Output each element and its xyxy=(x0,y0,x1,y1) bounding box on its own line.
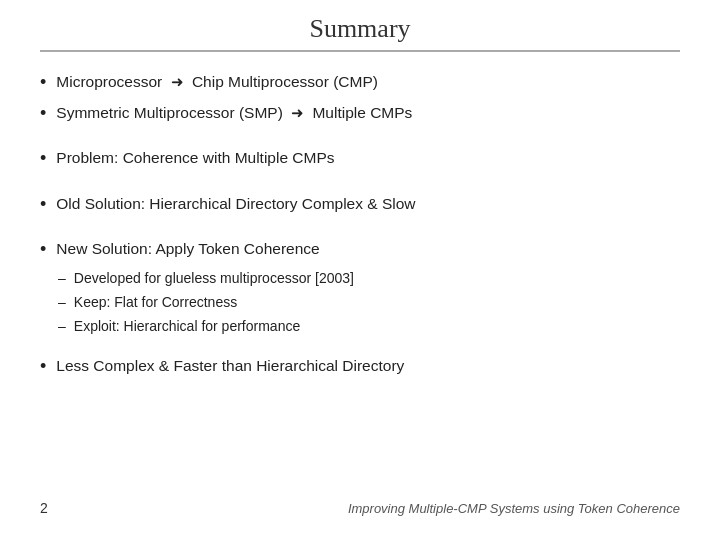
sub-text-2: Keep: Flat for Correctness xyxy=(74,292,237,313)
sub-text-1: Developed for glueless multiprocessor [2… xyxy=(74,268,354,289)
bullet2-text1: Symmetric Multiprocessor (SMP) xyxy=(56,104,283,121)
bullet-item-2: • Symmetric Multiprocessor (SMP) ➜ Multi… xyxy=(40,101,680,126)
sub-bullet-1: – Developed for glueless multiprocessor … xyxy=(58,268,680,289)
bullet1-text1: Microprocessor xyxy=(56,73,162,90)
bullet-group-3: • Old Solution: Hierarchical Directory C… xyxy=(40,192,680,223)
bullet-item-5: • New Solution: Apply Token Coherence xyxy=(40,237,680,262)
bullet-item-4: • Old Solution: Hierarchical Directory C… xyxy=(40,192,680,217)
bullet-text-4: Old Solution: Hierarchical Directory Com… xyxy=(56,192,680,215)
bullet-dot-3: • xyxy=(40,146,46,171)
bullet-text-3: Problem: Coherence with Multiple CMPs xyxy=(56,146,680,169)
footer-title: Improving Multiple-CMP Systems using Tok… xyxy=(348,501,680,516)
bullet-group-2: • Problem: Coherence with Multiple CMPs xyxy=(40,146,680,177)
arrow-2: ➜ xyxy=(291,104,304,121)
bullet-group-4: • New Solution: Apply Token Coherence – … xyxy=(40,237,680,340)
bullet-text-1: Microprocessor ➜ Chip Multiprocessor (CM… xyxy=(56,70,680,94)
bullet-dot-4: • xyxy=(40,192,46,217)
sub-dash-1: – xyxy=(58,268,66,289)
sub-text-3: Exploit: Hierarchical for performance xyxy=(74,316,300,337)
bullet-dot-1: • xyxy=(40,70,46,95)
slide-title: Summary xyxy=(309,14,410,43)
bullet-item-6: • Less Complex & Faster than Hierarchica… xyxy=(40,354,680,379)
slide-container: Summary • Microprocessor ➜ Chip Multipro… xyxy=(0,0,720,540)
bullet-group-1: • Microprocessor ➜ Chip Multiprocessor (… xyxy=(40,70,680,132)
bullet-text-6: Less Complex & Faster than Hierarchical … xyxy=(56,354,680,377)
sub-bullet-2: – Keep: Flat for Correctness xyxy=(58,292,680,313)
bullet-dot-6: • xyxy=(40,354,46,379)
sub-dash-2: – xyxy=(58,292,66,313)
content-section: • Microprocessor ➜ Chip Multiprocessor (… xyxy=(40,62,680,494)
bullet1-text2: Chip Multiprocessor (CMP) xyxy=(192,73,378,90)
arrow-1: ➜ xyxy=(171,73,184,90)
sub-bullet-3: – Exploit: Hierarchical for performance xyxy=(58,316,680,337)
sub-dash-3: – xyxy=(58,316,66,337)
bullet-text-5: New Solution: Apply Token Coherence xyxy=(56,237,680,260)
bullet-item-1: • Microprocessor ➜ Chip Multiprocessor (… xyxy=(40,70,680,95)
bullet2-text2: Multiple CMPs xyxy=(312,104,412,121)
footer-page-number: 2 xyxy=(40,500,48,516)
sub-bullets: – Developed for glueless multiprocessor … xyxy=(58,268,680,337)
bullet-group-5: • Less Complex & Faster than Hierarchica… xyxy=(40,354,680,385)
bullet-text-2: Symmetric Multiprocessor (SMP) ➜ Multipl… xyxy=(56,101,680,125)
bullet-dot-5: • xyxy=(40,237,46,262)
bullet-item-3: • Problem: Coherence with Multiple CMPs xyxy=(40,146,680,171)
bullet-dot-2: • xyxy=(40,101,46,126)
title-section: Summary xyxy=(40,0,680,52)
footer: 2 Improving Multiple-CMP Systems using T… xyxy=(40,494,680,520)
